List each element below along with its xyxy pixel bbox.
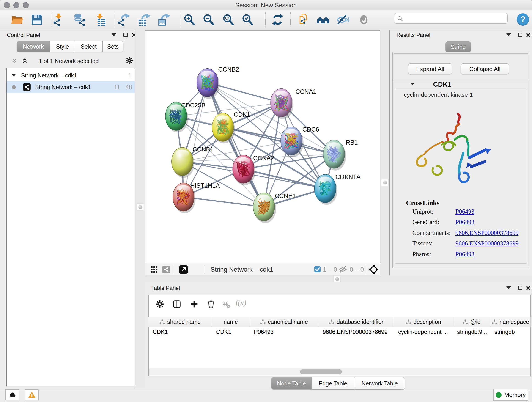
cell-namespace[interactable]: stringdb — [490, 327, 531, 337]
tab-select[interactable]: Select — [75, 41, 102, 52]
gene-section-collapse-icon[interactable] — [410, 83, 415, 85]
delete-table-icon — [222, 300, 231, 309]
gene-symbol: CDK1 — [424, 81, 461, 88]
expand-all-networks-icon[interactable] — [21, 58, 28, 65]
add-column-icon[interactable] — [190, 300, 199, 308]
cell-database-identifier[interactable]: 9606.ENSP00000378699 — [318, 327, 394, 337]
node-CDC6[interactable] — [281, 127, 304, 157]
help-button[interactable]: ? — [517, 13, 529, 26]
search-box[interactable] — [394, 13, 508, 24]
save-session-button[interactable] — [31, 13, 43, 26]
node-RB1[interactable] — [323, 140, 346, 171]
window-title: Session: New Session — [0, 2, 532, 9]
show-column-panel-icon[interactable] — [172, 300, 181, 308]
zoom-selected-button[interactable] — [241, 13, 254, 26]
tree-collapse-icon[interactable] — [12, 74, 16, 77]
column-header-database-identifier[interactable]: database identifier — [318, 317, 394, 327]
tab-string[interactable]: String — [445, 41, 471, 52]
expand-all-button[interactable]: Expand All — [408, 64, 452, 75]
tab-sets[interactable]: Sets — [102, 41, 123, 52]
collapse-all-button[interactable]: Collapse All — [461, 64, 509, 75]
selected-checkbox-icon[interactable] — [314, 266, 321, 273]
node-CDKN1A[interactable] — [315, 174, 337, 205]
open-session-button[interactable] — [11, 13, 24, 26]
tab-style[interactable]: Style — [50, 41, 75, 52]
table-horizontal-scrollbar[interactable] — [149, 368, 530, 375]
tab-node-table[interactable]: Node Table — [271, 377, 312, 390]
crosslink-link-compartments[interactable]: 9606.ENSP00000378699 — [456, 230, 519, 236]
table-panel-menu-button[interactable] — [506, 287, 511, 289]
zoom-fit-button[interactable] — [222, 13, 235, 26]
results-panel-menu-button[interactable] — [506, 33, 511, 36]
scrollbar-thumb[interactable] — [300, 369, 342, 375]
cell-name[interactable]: CDK1 — [212, 327, 250, 337]
tab-network[interactable]: Network — [17, 41, 50, 52]
results-panel-close-icon[interactable] — [525, 32, 531, 38]
warnings-button[interactable] — [25, 389, 39, 400]
edge-CCNB2-HIST1H1A[interactable] — [184, 83, 208, 197]
column-header-namespace[interactable]: namespace — [490, 317, 531, 327]
import-table-from-file-button[interactable] — [94, 13, 107, 26]
network-tree-row-selected[interactable]: String Network – cdk1 11 48 — [7, 81, 135, 93]
column-header-shared-name[interactable]: shared name — [148, 317, 212, 327]
delete-column-icon[interactable] — [206, 299, 215, 309]
import-network-from-file-button[interactable] — [52, 13, 65, 26]
control-panel-menu-button[interactable] — [112, 33, 116, 36]
column-header-name[interactable]: name — [212, 317, 250, 327]
network-tree-group-row[interactable]: String Network – cdk1 1 — [7, 70, 135, 81]
table-panel-close-icon[interactable] — [525, 285, 531, 291]
node-CDK1[interactable] — [212, 113, 235, 143]
zoom-in-button[interactable] — [183, 13, 196, 26]
search-input[interactable] — [405, 14, 505, 22]
export-table-button[interactable] — [138, 13, 151, 26]
column-header-description[interactable]: description — [394, 317, 453, 327]
left-splitter[interactable] — [135, 30, 145, 388]
crosslink-link-pharos[interactable]: P06493 — [456, 251, 475, 258]
control-panel-float-button[interactable] — [123, 33, 128, 37]
cloud-button[interactable] — [5, 389, 19, 400]
left-splitter-handle[interactable] — [137, 203, 144, 211]
export-network-button[interactable] — [118, 13, 130, 26]
network-canvas[interactable]: CCNB2CCNA1CDC25BCDK1CDC6RB1CCNB1CCNA2CDK… — [145, 31, 380, 263]
zoom-out-button[interactable] — [202, 13, 215, 26]
crosslink-link-tissues[interactable]: 9606.ENSP00000378699 — [456, 240, 519, 247]
column-header-canonical-name[interactable]: canonical name — [250, 317, 318, 327]
column-header-id[interactable]: @id — [453, 317, 490, 327]
table-row[interactable]: CDK1CDK1P064939606.ENSP00000378699cyclin… — [148, 327, 531, 337]
node-CCNE1[interactable] — [253, 193, 276, 223]
toolbar-separator — [114, 12, 115, 27]
cell-shared-name[interactable]: CDK1 — [148, 327, 212, 337]
import-network-from-database-button[interactable] — [73, 13, 86, 26]
refresh-button[interactable] — [271, 13, 284, 26]
export-image-button[interactable] — [158, 13, 171, 26]
open-in-window-icon[interactable] — [179, 265, 188, 274]
node-CCNB2[interactable] — [197, 69, 220, 99]
cell-canonical-name[interactable]: P06493 — [250, 327, 318, 337]
crosslink-link-genecard[interactable]: P06493 — [456, 219, 475, 226]
home-networks-button[interactable] — [317, 13, 329, 26]
results-panel-float-button[interactable] — [518, 33, 522, 37]
crosslink-link-uniprot[interactable]: P06493 — [456, 208, 475, 215]
right-splitter[interactable] — [380, 30, 389, 275]
node-CCNB1[interactable] — [172, 147, 195, 178]
bottom-splitter[interactable] — [145, 275, 532, 282]
string-import-button[interactable] — [298, 13, 310, 26]
tab-network-table[interactable]: Network Table — [354, 377, 405, 390]
network-options-gear-icon[interactable] — [125, 56, 133, 65]
table-options-gear-icon[interactable] — [156, 300, 164, 308]
collapse-all-networks-icon[interactable] — [11, 58, 18, 65]
hide-unhide-button[interactable] — [336, 13, 349, 26]
memory-button[interactable]: Memory — [493, 389, 528, 401]
grid-view-icon[interactable] — [150, 265, 158, 274]
cell-description[interactable]: cyclin-dependent ... — [394, 327, 453, 337]
column-type-icon — [492, 319, 497, 325]
tab-edge-table[interactable]: Edge Table — [312, 377, 354, 390]
right-splitter-handle[interactable] — [381, 179, 389, 186]
birdseye-navigator-icon[interactable] — [369, 264, 379, 274]
show-graphics-button[interactable] — [357, 13, 370, 26]
cell-id[interactable]: stringdb:9... — [453, 327, 490, 337]
bottom-splitter-handle[interactable] — [333, 275, 341, 282]
hidden-eye-icon[interactable] — [339, 265, 348, 274]
node-CCNA2[interactable] — [233, 155, 255, 185]
table-panel-float-button[interactable] — [518, 286, 522, 290]
